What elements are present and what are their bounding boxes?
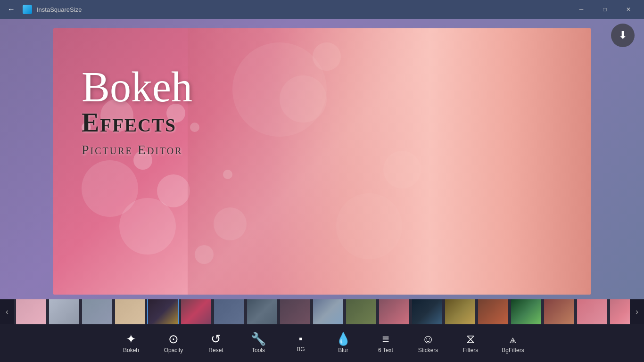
thumbnails [14, 299, 630, 324]
thumbnail-13[interactable] [444, 299, 476, 324]
tool-filters-button[interactable]: ⧖ Filters [449, 324, 492, 362]
main-area: ⬇ [0, 19, 644, 362]
titlebar: ← InstaSquareSize ─ □ ✕ [0, 0, 644, 19]
thumbnail-strip: ‹ › [0, 299, 644, 324]
download-icon: ⬇ [619, 29, 627, 41]
tool-bg-label: BG [297, 346, 305, 353]
tool-bgfilters-button[interactable]: ⟁ BgFilters [492, 324, 534, 362]
close-button[interactable]: ✕ [618, 0, 639, 19]
tool-reset-button[interactable]: ↺ Reset [195, 324, 237, 362]
thumbnail-4[interactable] [147, 299, 179, 324]
bokeh-circle [119, 198, 176, 255]
tool-text-button[interactable]: ≡ 6 Text [364, 324, 407, 362]
tool-bokeh-button[interactable]: ✦ Bokeh [110, 324, 152, 362]
app-icon [23, 5, 32, 14]
thumbnail-3[interactable] [114, 299, 146, 324]
blur-icon: 💧 [336, 333, 351, 345]
thumbnail-7[interactable] [246, 299, 278, 324]
thumbnail-0[interactable] [15, 299, 47, 324]
tool-opacity-button[interactable]: ⊙ Opacity [152, 324, 195, 362]
tool-stickers-label: Stickers [418, 347, 438, 354]
tool-bg-button[interactable]: ▪ BG [280, 324, 322, 362]
thumb-prev-button[interactable]: ‹ [0, 299, 14, 324]
image-canvas: Bokeh Effects Picture Editor [53, 28, 591, 295]
download-button[interactable]: ⬇ [611, 24, 635, 47]
tool-stickers-button[interactable]: ☺ Stickers [407, 324, 449, 362]
bokeh-icon: ✦ [126, 333, 136, 345]
thumbnail-15[interactable] [510, 299, 542, 324]
title-cursive: Bokeh [82, 66, 192, 108]
opacity-icon: ⊙ [168, 333, 179, 345]
thumbnail-6[interactable] [213, 299, 245, 324]
toolbar: ✦ Bokeh ⊙ Opacity ↺ Reset 🔧 Tools ▪ BG 💧… [0, 324, 644, 362]
tool-opacity-label: Opacity [164, 347, 183, 354]
tool-blur-label: Blur [338, 347, 348, 354]
thumbnail-16[interactable] [543, 299, 575, 324]
thumbnail-9[interactable] [312, 299, 344, 324]
title-effects: Effects [82, 108, 192, 138]
minimize-button[interactable]: ─ [570, 0, 592, 19]
tool-bokeh-label: Bokeh [123, 347, 139, 354]
tool-tools-label: Tools [252, 347, 265, 354]
bgfilters-icon: ⟁ [509, 333, 517, 345]
thumbnail-1[interactable] [48, 299, 80, 324]
tool-reset-label: Reset [208, 347, 223, 354]
bokeh-circle [157, 174, 190, 207]
thumbnail-18[interactable] [609, 299, 630, 324]
tool-bgfilters-label: BgFilters [502, 347, 524, 354]
window-controls: ─ □ ✕ [570, 0, 639, 19]
tools-icon: 🔧 [251, 333, 266, 345]
maximize-button[interactable]: □ [594, 0, 616, 19]
tool-tools-button[interactable]: 🔧 Tools [237, 324, 280, 362]
back-button[interactable]: ← [5, 3, 18, 16]
thumbnail-12[interactable] [411, 299, 443, 324]
thumbnail-11[interactable] [378, 299, 410, 324]
filters-icon: ⧖ [466, 333, 475, 345]
text-icon: ≡ [382, 333, 389, 345]
thumbnail-2[interactable] [81, 299, 113, 324]
app-title: InstaSquareSize [37, 6, 566, 13]
thumbnail-17[interactable] [576, 299, 608, 324]
tool-blur-button[interactable]: 💧 Blur [322, 324, 364, 362]
subtitle: Picture Editor [82, 142, 192, 157]
thumbnail-14[interactable] [477, 299, 509, 324]
bg-icon: ▪ [299, 334, 303, 344]
canvas-area: Bokeh Effects Picture Editor [0, 19, 644, 299]
thumb-next-button[interactable]: › [630, 299, 644, 324]
text-overlay: Bokeh Effects Picture Editor [82, 66, 192, 157]
thumbnail-8[interactable] [279, 299, 311, 324]
portrait-overlay [188, 28, 591, 295]
thumbnail-10[interactable] [345, 299, 377, 324]
reset-icon: ↺ [211, 333, 221, 345]
stickers-icon: ☺ [422, 333, 435, 345]
tool-text-label: 6 Text [378, 347, 393, 354]
thumbnail-5[interactable] [180, 299, 212, 324]
tool-filters-label: Filters [463, 347, 479, 354]
